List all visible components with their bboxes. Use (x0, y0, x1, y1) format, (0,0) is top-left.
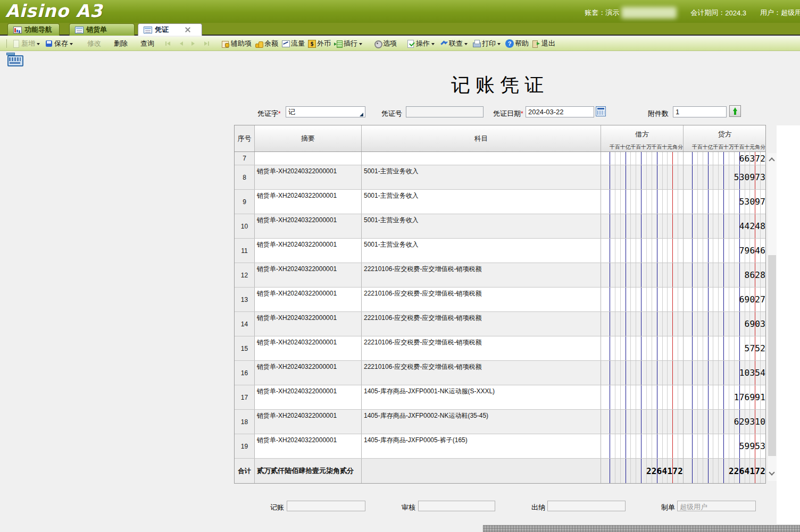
cell-debit[interactable] (601, 410, 684, 434)
cell-summary[interactable]: 销货单-XH20240322000001 (255, 312, 362, 336)
cell-debit[interactable] (601, 190, 684, 214)
aux-icon (221, 39, 230, 48)
cell-account[interactable]: 22210106-应交税费-应交增值税-销项税额 (362, 288, 601, 311)
cell-debit[interactable] (601, 214, 684, 238)
delete-icon (104, 39, 113, 48)
cell-account[interactable]: 22210106-应交税费-应交增值税-销项税额 (362, 312, 601, 336)
exit-button[interactable]: 退出 (530, 38, 557, 49)
cell-debit-total[interactable]: 2264172 (601, 459, 684, 483)
cell-debit[interactable] (601, 361, 684, 385)
cell-credit[interactable]: 176991 (684, 385, 766, 409)
save-button[interactable]: 保存 (43, 38, 76, 49)
cell-credit[interactable]: 629310 (684, 410, 766, 434)
tab-voucher[interactable]: 凭证 (138, 23, 202, 36)
voucher-word-input[interactable]: 记 (286, 106, 365, 117)
tab-bar: 功能导航销货单凭证 (0, 23, 800, 36)
options-button[interactable]: 选项 (372, 38, 398, 49)
auditor-input[interactable] (418, 501, 495, 511)
flow-button[interactable]: 流量 (280, 38, 306, 49)
cell-summary[interactable]: 销货单-XH20240322000001 (255, 434, 362, 458)
cell-summary[interactable]: 销货单-XH20240322000001 (255, 288, 362, 311)
cell-summary[interactable]: 销货单-XH20240322000001 (255, 361, 362, 385)
currency-button[interactable]: $外币 (306, 38, 332, 49)
cell-account[interactable]: 1405-库存商品-JXFP0001-NK运动服(S-XXXL) (362, 385, 601, 409)
cell-debit[interactable] (601, 385, 684, 409)
cell-account[interactable]: 22210106-应交税费-应交增值税-销项税额 (362, 336, 601, 360)
cell-credit[interactable]: 8628 (684, 263, 766, 287)
voucher-no-input[interactable] (406, 106, 484, 117)
cell-summary[interactable] (255, 152, 362, 165)
cell-account[interactable] (362, 152, 601, 165)
toolbar: 新增保存修改删除查询辅助项余额流量$外币插行选项操作联查打印?帮助退出 (0, 37, 800, 51)
cashier-input[interactable] (547, 501, 626, 511)
cell-summary[interactable]: 销货单-XH20240322000001 (255, 410, 362, 434)
cell-debit[interactable] (601, 288, 684, 311)
cell-debit[interactable] (601, 165, 684, 189)
cell-credit[interactable]: 69027 (684, 288, 766, 311)
help-button[interactable]: ?帮助 (504, 38, 530, 49)
tab-function-nav[interactable]: 功能导航 (7, 23, 60, 36)
scroll-up-icon[interactable] (769, 157, 774, 163)
close-icon[interactable] (185, 27, 190, 32)
cell-summary[interactable]: 销货单-XH20240322000001 (255, 165, 362, 189)
cell-account[interactable]: 1405-库存商品-JXFP0005-裤子(165) (362, 434, 601, 458)
cell-summary[interactable]: 销货单-XH20240322000001 (255, 263, 362, 287)
balance-button[interactable]: 余额 (253, 38, 280, 49)
linkquery-button[interactable]: 联查 (438, 38, 471, 49)
cell-account[interactable]: 1405-库存商品-JXFP0002-NK运动鞋(35-45) (362, 410, 601, 434)
cell-credit[interactable]: 10354 (684, 361, 766, 385)
cell-summary[interactable]: 销货单-XH20240322000001 (255, 190, 362, 214)
amount-credit: 629310 (734, 417, 765, 427)
toolbar-button-label: 新增 (21, 39, 35, 48)
delete-button[interactable]: 删除 (103, 38, 129, 49)
scroll-down-icon[interactable] (769, 469, 774, 475)
cell-summary[interactable]: 销货单-XH20240322000001 (255, 336, 362, 360)
maker-input[interactable]: 超级用户 (677, 501, 756, 511)
cell-credit[interactable]: 44248 (684, 214, 766, 238)
action-button[interactable]: 操作 (405, 38, 438, 49)
cell-debit[interactable] (601, 336, 684, 360)
cell-account[interactable]: 5001-主营业务收入 (362, 239, 601, 263)
cell-credit[interactable]: 66372 (684, 152, 766, 165)
cell-credit[interactable]: 530973 (684, 165, 766, 189)
cell-credit[interactable]: 59953 (684, 434, 766, 458)
scrollbar-thumb[interactable] (768, 255, 776, 456)
voucher-date-input[interactable]: 2024-03-22 (526, 106, 594, 117)
horizontal-scrollbar[interactable] (483, 525, 800, 532)
cell-credit[interactable]: 79646 (684, 239, 766, 263)
query-button[interactable]: 查询 (129, 38, 156, 49)
tab-sales-order[interactable]: 销货单 (69, 23, 135, 36)
aux-button[interactable]: 辅助项 (220, 38, 253, 49)
cell-account[interactable]: 5001-主营业务收入 (362, 165, 601, 189)
print-button[interactable]: 打印 (471, 38, 504, 49)
digit-column-label: 亿 (626, 143, 631, 151)
attachment-upload-button[interactable] (729, 105, 741, 117)
cell-summary[interactable]: 销货单-XH20240322000001 (255, 385, 362, 409)
amount-grid (610, 214, 683, 238)
attachment-count-input[interactable]: 1 (673, 106, 727, 117)
cell-account[interactable]: 22210106-应交税费-应交增值税-销项税额 (362, 361, 601, 385)
required-asterisk: * (521, 110, 523, 117)
cell-credit[interactable]: 5752 (684, 336, 766, 360)
bookkeeper-input[interactable] (287, 501, 365, 511)
cell-debit[interactable] (601, 312, 684, 336)
vertical-scrollbar[interactable] (768, 153, 777, 481)
cell-account[interactable]: 5001-主营业务收入 (362, 190, 601, 214)
cell-account[interactable]: 22210106-应交税费-应交增值税-销项税额 (362, 263, 601, 287)
calendar-icon[interactable] (596, 106, 606, 116)
insert-row-button[interactable]: 插行 (332, 38, 365, 49)
cell-credit[interactable]: 53097 (684, 190, 766, 214)
cell-account[interactable]: 5001-主营业务收入 (362, 214, 601, 238)
cell-summary[interactable]: 销货单-XH20240322000001 (255, 214, 362, 238)
cell-credit-total[interactable]: 2264172 (684, 459, 766, 483)
keyboard-icon[interactable] (7, 55, 23, 66)
nav-last-icon (202, 39, 211, 48)
cell-debit[interactable] (601, 434, 684, 458)
total-label: 合计 (235, 459, 255, 483)
cell-debit[interactable] (601, 239, 684, 263)
cell-debit[interactable] (601, 263, 684, 287)
cell-credit[interactable]: 6903 (684, 312, 766, 336)
cell-summary[interactable]: 销货单-XH20240322000001 (255, 239, 362, 263)
cell-debit[interactable] (601, 152, 684, 165)
digit-column-label: 千 (713, 143, 718, 151)
